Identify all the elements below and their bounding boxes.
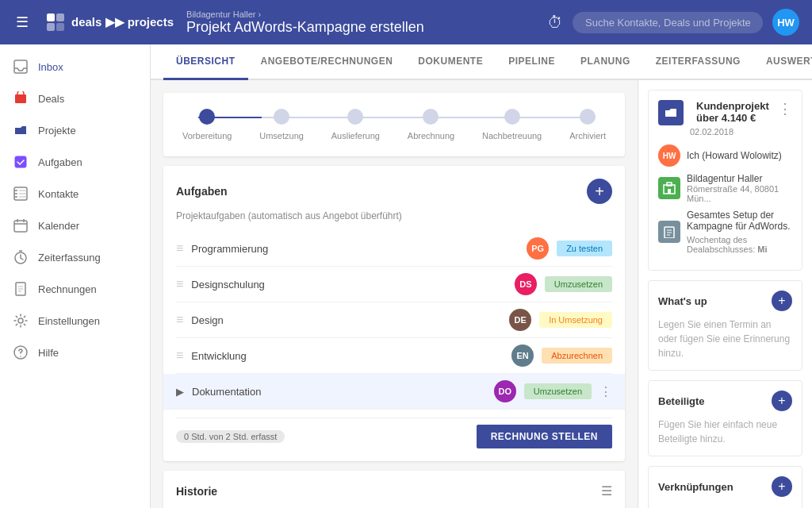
tab-angebote[interactable]: ANGEBOTE/RECHNUNGEN <box>248 44 406 80</box>
contact-row: HW Ich (Howard Wolowitz) <box>658 144 792 167</box>
step-dot-abrechnung <box>423 109 439 125</box>
avatar[interactable]: HW <box>772 9 799 36</box>
tasks-subtitle: Projektaufgaben (automatisch aus Angebot… <box>176 210 612 221</box>
step-umsetzung[interactable]: Umsetzung <box>259 109 304 140</box>
progress-steps: Vorbereitung Umsetzung Auslieferung <box>182 109 606 140</box>
svg-point-26 <box>20 356 21 357</box>
deal-details: Gesamtes Setup der Kampagne für AdWords.… <box>687 210 792 254</box>
svg-point-24 <box>18 318 23 323</box>
step-abrechnung[interactable]: Abrechnung <box>408 109 454 140</box>
tasks-title: Aufgaben <box>176 185 228 198</box>
menu-button[interactable]: ☰ <box>13 10 32 34</box>
search-input[interactable] <box>573 12 763 33</box>
timer-icon[interactable]: ⏱ <box>547 13 563 32</box>
task-row: ≡ Design DE In Umsetzung <box>176 302 612 338</box>
task-status-button[interactable]: In Umsetzung <box>539 312 612 328</box>
task-name[interactable]: Programmierung <box>191 243 519 255</box>
sidebar-item-kalender[interactable]: Kalender <box>0 210 150 241</box>
drag-handle[interactable]: ≡ <box>176 241 183 256</box>
sidebar-item-projekte[interactable]: Projekte <box>0 114 150 146</box>
verknupfungen-add-button[interactable]: + <box>772 476 792 497</box>
breadcrumb: Bildagentur Haller › Projekt AdWords-Kam… <box>186 10 534 36</box>
header-actions: ⏱ HW <box>547 9 799 36</box>
company-icon <box>658 177 680 199</box>
inbox-icon <box>13 59 29 75</box>
company-info-row: Bildagentur Haller Römerstraße 44, 80801… <box>658 173 792 203</box>
company-row: Bildagentur Haller Römerstraße 44, 80801… <box>658 173 792 203</box>
rechnung-stellen-button[interactable]: RECHNUNG STELLEN <box>477 425 612 448</box>
task-menu-button[interactable]: ⋮ <box>599 384 612 399</box>
sidebar-item-rechnungen[interactable]: Rechnungen <box>0 273 150 305</box>
project-more-button[interactable]: ⋮ <box>778 100 792 117</box>
drag-handle[interactable]: ≡ <box>176 348 183 363</box>
deal-day: Wochentag des Dealabschlusses: Mi <box>687 235 792 254</box>
whats-up-add-button[interactable]: + <box>772 291 792 311</box>
einstellungen-icon <box>13 313 29 329</box>
project-folder-icon <box>658 100 684 125</box>
tab-ubersicht[interactable]: ÜBERSICHT <box>163 44 248 80</box>
company-name: Bildagentur Haller <box>687 173 792 184</box>
task-status-button[interactable]: Abzurechnen <box>542 348 612 364</box>
svg-rect-5 <box>15 94 26 103</box>
whats-up-header: What's up + <box>658 291 792 311</box>
task-avatar: DE <box>509 309 531 331</box>
task-status-button[interactable]: Zu testen <box>557 241 612 256</box>
project-amount: 4.140 € <box>722 112 756 124</box>
task-status-button[interactable]: Umzusetzen <box>524 383 592 399</box>
add-task-button[interactable]: + <box>587 179 612 204</box>
play-button[interactable]: ▶ <box>176 386 184 398</box>
tab-dokumente[interactable]: DOKUMENTE <box>405 44 496 80</box>
sidebar-item-deals[interactable]: Deals <box>0 83 150 114</box>
sidebar-item-aufgaben[interactable]: Aufgaben <box>0 146 150 178</box>
progress-card: Vorbereitung Umsetzung Auslieferung <box>163 93 625 156</box>
step-nachbetreuung[interactable]: Nachbetreuung <box>482 109 542 140</box>
contact-info-row: HW Ich (Howard Wolowitz) <box>658 144 792 167</box>
deal-row: Gesamtes Setup der Kampagne für AdWords.… <box>658 210 792 254</box>
step-vorbereitung[interactable]: Vorbereitung <box>182 109 232 140</box>
task-name[interactable]: Designschulung <box>191 279 507 291</box>
step-label-abrechnung: Abrechnung <box>408 131 454 140</box>
history-filter-icon[interactable]: ☰ <box>601 483 612 498</box>
task-avatar: PG <box>527 237 549 260</box>
verknupfungen-title: Verknüpfungen <box>658 481 733 493</box>
step-archiviert[interactable]: Archiviert <box>569 109 606 140</box>
beteiligte-add-button[interactable]: + <box>772 391 792 411</box>
sidebar-item-hilfe[interactable]: Hilfe <box>0 337 150 368</box>
step-auslieferung[interactable]: Auslieferung <box>331 109 380 140</box>
deal-info-row: Gesamtes Setup der Kampagne für AdWords.… <box>658 210 792 254</box>
step-dot-auslieferung <box>347 109 363 125</box>
svg-rect-0 <box>47 13 55 21</box>
sidebar-item-einstellungen[interactable]: Einstellungen <box>0 305 150 337</box>
tab-zeiterfassung[interactable]: ZEITERFASSUNG <box>643 44 753 80</box>
tab-auswertungen[interactable]: AUSWERTUNGEN <box>753 44 812 80</box>
contact-name: Ich (Howard Wolowitz) <box>687 150 782 161</box>
time-badge: 0 Std. von 2 Std. erfasst <box>176 430 285 443</box>
project-card-info: Kundenprojekt über 4.140 € 02.02.2018 <box>690 100 778 137</box>
drag-handle[interactable]: ≡ <box>176 313 183 327</box>
content-area: Vorbereitung Umsetzung Auslieferung <box>151 80 812 508</box>
sidebar-item-inbox[interactable]: Inbox <box>0 51 150 83</box>
project-card-header: Kundenprojekt über 4.140 € 02.02.2018 ⋮ <box>658 100 792 137</box>
task-row: ≡ Entwicklung EN Abzurechnen <box>176 338 612 374</box>
task-name[interactable]: Design <box>191 314 501 326</box>
whats-up-empty: Legen Sie einen Termin an oder fügen Sie… <box>658 318 792 360</box>
tab-pipeline[interactable]: PIPELINE <box>496 44 568 80</box>
task-name[interactable]: Dokumentation <box>192 386 486 398</box>
step-label-auslieferung: Auslieferung <box>331 131 380 140</box>
sidebar-item-zeiterfassung[interactable]: Zeiterfassung <box>0 241 150 273</box>
drag-handle[interactable]: ≡ <box>176 277 183 291</box>
content: ÜBERSICHT ANGEBOTE/RECHNUNGEN DOKUMENTE … <box>151 44 812 508</box>
app-header: ☰ deals ▶▶ projects Bildagentur Haller ›… <box>0 0 812 44</box>
verknupfungen-header: Verknüpfungen + <box>658 476 792 497</box>
sidebar-item-kontakte[interactable]: Kontakte <box>0 178 150 210</box>
task-name[interactable]: Entwicklung <box>191 350 504 362</box>
tab-planung[interactable]: PLANUNG <box>568 44 643 80</box>
sidebar-label-kontakte: Kontakte <box>38 188 79 200</box>
task-status-button[interactable]: Umzusetzen <box>545 276 612 292</box>
tasks-header: Aufgaben + <box>176 179 612 204</box>
page-title: Projekt AdWords-Kampagne erstellen <box>186 19 534 36</box>
sidebar-label-rechnungen: Rechnungen <box>38 283 97 295</box>
beteiligte-header: Beteiligte + <box>658 391 792 411</box>
step-dot-archiviert <box>580 109 596 125</box>
logo-icon <box>44 11 67 33</box>
